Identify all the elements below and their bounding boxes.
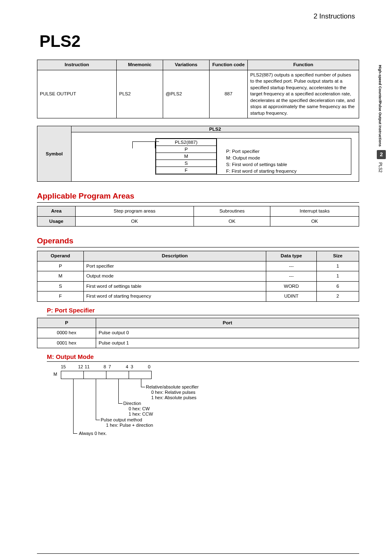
- symbol-table: SymbolPLS2 PLS2(887) P M S F: [37, 126, 359, 182]
- section-output-mode: M: Output Mode: [47, 353, 359, 362]
- ladder-rung: [132, 141, 155, 148]
- operands-table: OperandDescriptionData typeSize PPort sp…: [37, 251, 359, 302]
- mode-diagram: 15 12 11 8 7 4 3 0 M Relative/absolute s…: [53, 364, 359, 446]
- page-title: PLS2: [37, 32, 359, 51]
- port-table: PPort 0000 hexPulse output 0 0001 hexPul…: [37, 318, 359, 349]
- side-tab: High-speed Counter/Pulse Output Instruct…: [378, 65, 385, 172]
- section-operands: Operands: [37, 236, 359, 247]
- ladder-labels: P: Port specifier M: Output mode S: Firs…: [217, 139, 351, 174]
- section-port-specifier: P: Port Specifier: [47, 307, 359, 315]
- applicable-table: AreaStep program areasSubroutinesInterru…: [37, 206, 359, 227]
- page-footer: CP1E CPU Unit Instructions Reference Man…: [37, 553, 359, 555]
- section-applicable: Applicable Program Areas: [37, 192, 359, 203]
- instruction-table: Instruction Mnemonic Variations Function…: [37, 60, 359, 118]
- ladder-box: PLS2(887) P M S F: [156, 139, 217, 174]
- page-header: 2 Instructions: [37, 12, 359, 21]
